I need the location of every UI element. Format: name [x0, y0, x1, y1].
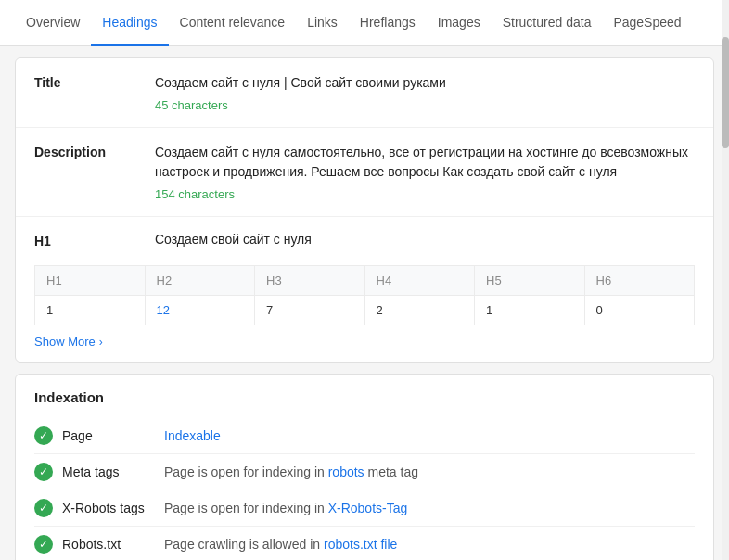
index-value-robots-txt: Page crawling is allowed in robots.txt f…	[164, 537, 695, 552]
show-more-label: Show More	[34, 335, 96, 349]
headings-values-row: 1 12 7 2 1 0	[35, 296, 695, 325]
title-char-count: 45 characters	[155, 98, 695, 112]
h2-count: 12	[145, 296, 255, 325]
h4-header: H4	[364, 266, 475, 296]
nav-item-pagespeed[interactable]: PageSpeed	[602, 0, 692, 46]
headings-table: H1 H2 H3 H4 H5 H6 1 12 7 2 1	[34, 265, 695, 325]
h6-header: H6	[584, 266, 695, 296]
check-icon-page: ✓	[34, 426, 53, 445]
h5-header: H5	[475, 266, 585, 296]
h6-count: 0	[584, 296, 695, 325]
nav-item-hreflangs[interactable]: Hreflangs	[349, 0, 427, 46]
index-value-page: Indexable	[164, 428, 695, 443]
description-value: Создаем сайт с нуля самостоятельно, все …	[155, 143, 695, 182]
nav-item-structured-data[interactable]: Structured data	[492, 0, 603, 46]
index-label-robots-txt: Robots.txt	[62, 537, 164, 552]
description-row: Description Создаем сайт с нуля самостоя…	[16, 128, 713, 217]
index-row-meta-tags: ✓ Meta tags Page is open for indexing in…	[34, 454, 695, 490]
index-value-x-robots: Page is open for indexing in X-Robots-Ta…	[164, 501, 695, 515]
index-label-x-robots: X-Robots tags	[62, 501, 164, 515]
description-char-count: 154 characters	[155, 187, 695, 201]
check-icon-x-robots: ✓	[34, 499, 53, 517]
h2-header: H2	[145, 266, 255, 296]
nav-item-links[interactable]: Links	[296, 0, 349, 46]
description-content: Создаем сайт с нуля самостоятельно, все …	[155, 143, 695, 201]
main-content: Title Создаем сайт с нуля | Свой сайт св…	[0, 46, 729, 560]
show-more-row: Show More ›	[16, 325, 713, 362]
headings-row: H1 Создаем свой сайт с нуля H1 H2 H3 H4 …	[16, 217, 713, 325]
scrollbar-track[interactable]	[722, 0, 729, 560]
check-icon-robots-txt: ✓	[34, 535, 53, 554]
indexation-card: Indexation ✓ Page Indexable ✓ Meta tags …	[15, 374, 714, 560]
h1-value: Создаем свой сайт с нуля	[155, 232, 312, 247]
nav-item-images[interactable]: Images	[427, 0, 492, 46]
chevron-right-icon: ›	[99, 336, 103, 349]
scrollbar-thumb[interactable]	[722, 37, 729, 148]
index-row-robots-txt: ✓ Robots.txt Page crawling is allowed in…	[34, 527, 695, 560]
h4-count: 2	[364, 296, 475, 325]
top-navigation: Overview Headings Content relevance Link…	[0, 0, 729, 46]
title-content: Создаем сайт с нуля | Свой сайт своими р…	[155, 73, 695, 112]
seo-meta-card: Title Создаем сайт с нуля | Свой сайт св…	[15, 57, 714, 363]
h5-count: 1	[475, 296, 585, 325]
check-icon-meta-tags: ✓	[34, 463, 53, 481]
title-label: Title	[34, 73, 155, 112]
h3-header: H3	[255, 266, 365, 296]
nav-item-content-relevance[interactable]: Content relevance	[169, 0, 297, 46]
nav-item-headings[interactable]: Headings	[91, 0, 168, 46]
index-row-x-robots: ✓ X-Robots tags Page is open for indexin…	[34, 490, 695, 527]
index-label-page: Page	[62, 428, 164, 443]
title-value: Создаем сайт с нуля | Свой сайт своими р…	[155, 73, 695, 93]
show-more-button[interactable]: Show More ›	[34, 335, 103, 349]
title-row: Title Создаем сайт с нуля | Свой сайт св…	[16, 58, 713, 128]
index-value-meta-tags: Page is open for indexing in robots meta…	[164, 465, 695, 479]
h1-header: H1	[35, 266, 146, 296]
h3-count: 7	[255, 296, 365, 325]
index-label-meta-tags: Meta tags	[62, 465, 164, 479]
index-row-page: ✓ Page Indexable	[34, 418, 695, 454]
nav-item-overview[interactable]: Overview	[15, 0, 91, 46]
description-label: Description	[34, 143, 155, 201]
h1-label: H1	[34, 232, 155, 250]
indexation-title: Indexation	[34, 389, 695, 405]
h1-count: 1	[35, 296, 146, 325]
